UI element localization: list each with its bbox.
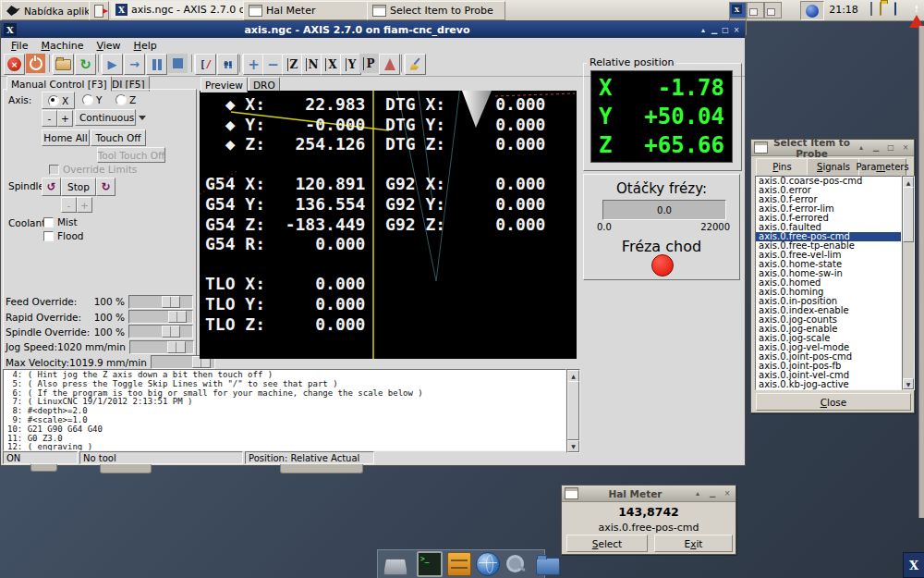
rotate-view-button[interactable] (379, 54, 400, 75)
spindle-plus-button[interactable]: + (77, 197, 92, 213)
scroll-down-icon[interactable]: ▼ (567, 440, 579, 452)
slider-trough[interactable] (128, 310, 193, 324)
override-limits-checkbox[interactable]: Override Limits (49, 164, 137, 175)
jog-minus-button[interactable]: - (42, 110, 57, 127)
optional-pause-button[interactable]: M1 (217, 54, 238, 75)
probe-tab-parameters[interactable]: Parameters (858, 158, 906, 176)
tools-tray-icon[interactable] (865, 3, 879, 17)
shade-button[interactable]: ▴ (698, 24, 709, 35)
probe-list-item[interactable]: axis.0.kb-jog-active (756, 380, 901, 389)
home-all-button[interactable]: Home All (42, 129, 90, 146)
workspace-2[interactable] (747, 2, 764, 18)
clear-plot-button[interactable] (405, 54, 426, 75)
probe-pin-list[interactable]: axis.0.coarse-pos-cmdaxis.0.erroraxis.0.… (755, 176, 902, 390)
menu-view[interactable]: View (90, 39, 127, 53)
slider-trough[interactable] (128, 325, 193, 338)
web-browser-icon[interactable] (476, 552, 500, 576)
gcode-scrollbar[interactable]: ▲ ▼ (566, 369, 580, 453)
view-y-button[interactable]: Y (340, 54, 361, 75)
menu-help[interactable]: Help (128, 39, 164, 53)
terminal-icon[interactable]: >_ (417, 551, 443, 577)
preview-canvas[interactable]: ◆ X: 22.983 DTG X: 0.000 ◆ Y: -0.000 DTG… (200, 91, 577, 359)
machine-power-button[interactable] (26, 54, 45, 73)
probe-scrollbar[interactable]: ▲ ▼ (902, 176, 915, 390)
probe-close-button[interactable]: × (900, 142, 911, 154)
app-tray-icon[interactable] (894, 3, 908, 17)
zoom-out-button[interactable]: − (262, 54, 284, 75)
halmeter-minimize-button[interactable]: ▁ (707, 488, 718, 499)
slider-handle[interactable] (168, 311, 187, 323)
touch-off-button[interactable]: Touch Off (91, 129, 146, 146)
minimize-button[interactable]: ▁ (709, 24, 720, 35)
jog-plus-button[interactable]: + (57, 110, 73, 127)
menu-file[interactable]: File (5, 39, 34, 53)
file-manager-icon[interactable] (536, 558, 560, 575)
run-button[interactable]: ▶ (102, 54, 123, 75)
open-file-button[interactable] (53, 54, 74, 75)
search-icon[interactable] (505, 553, 527, 575)
reload-button[interactable]: ↻ (75, 54, 96, 75)
menu-machine[interactable]: Machine (34, 39, 90, 53)
workspace-pager[interactable]: X (729, 2, 796, 19)
probe-minimize-button[interactable]: ▁ (870, 142, 881, 154)
workspace-3[interactable] (764, 2, 782, 18)
pause-button[interactable] (146, 54, 167, 75)
app-menu-button[interactable]: Nabídka aplikací (1, 1, 97, 20)
slider-handle[interactable] (162, 296, 180, 308)
axis-titlebar[interactable]: X axis.ngc - AXIS 2.7.0 on fiam-cnc_drev… (1, 21, 745, 38)
probe-tab-signals[interactable]: Signals (807, 158, 860, 176)
halmeter-select-button[interactable]: Select (566, 535, 648, 552)
halmeter-shade-button[interactable]: ▴ (692, 488, 703, 499)
axis-z-radio[interactable]: Z (116, 94, 136, 105)
axis-y-radio[interactable]: Y (82, 94, 102, 105)
step-button[interactable]: → (124, 54, 145, 75)
probe-shade-button[interactable]: ▴ (856, 142, 867, 154)
tab-manual-control[interactable]: Manual Control [F3] (6, 76, 112, 92)
spindle-ccw-button[interactable]: ↺ (42, 178, 61, 196)
close-button[interactable]: × (731, 24, 742, 35)
logout-button[interactable] (89, 1, 109, 20)
view-p-button[interactable]: P (359, 54, 379, 73)
probe-close-list-button[interactable]: Close (756, 393, 911, 411)
flood-checkbox[interactable]: Flood (43, 230, 83, 241)
mist-checkbox[interactable]: Mist (43, 216, 78, 228)
view-x-button[interactable]: X (321, 54, 342, 75)
tool-touch-off-button[interactable]: Tool Touch Off (97, 147, 165, 163)
alert-tray-icon[interactable]: ! (909, 3, 923, 17)
probe-tab-pins[interactable]: Pins (756, 158, 808, 176)
skip-lines-button[interactable]: [/ (195, 54, 216, 75)
probe-titlebar[interactable]: Select Item to Probe ▴ ▁ □ × (751, 140, 914, 156)
slider-handle[interactable] (162, 326, 180, 338)
taskbar-window-probe[interactable]: Select Item to Probe (367, 1, 505, 20)
maximize-button[interactable]: □ (720, 24, 731, 35)
browser-launcher[interactable] (800, 1, 824, 20)
spindle-minus-button[interactable]: - (61, 197, 77, 213)
axis-x-radio[interactable]: X (42, 92, 75, 109)
probe-scrollbar-thumb[interactable] (903, 187, 914, 242)
taskbar-window-axis[interactable]: X axis.ngc - AXIS 2.7.0 on fi... (111, 1, 250, 18)
slider-trough[interactable] (128, 295, 193, 309)
slider-handle[interactable] (167, 341, 186, 353)
gcode-listing[interactable]: 4: ( Hint jog the Z axis down a bit then… (3, 369, 566, 451)
workspace-1[interactable]: X (729, 2, 747, 18)
view-z-button[interactable]: Z (282, 54, 303, 75)
halmeter-close-button[interactable]: × (722, 488, 733, 499)
jog-mode-dropdown[interactable]: Continuous (75, 109, 136, 126)
spindle-cw-button[interactable]: ↻ (96, 178, 116, 196)
stop-button[interactable] (168, 54, 188, 73)
halmeter-exit-button[interactable]: Exit (654, 535, 733, 552)
halmeter-titlebar[interactable]: Hal Meter ▴ ▁ × (562, 486, 736, 502)
file-cabinet-icon[interactable] (447, 552, 471, 576)
slider-trough[interactable] (129, 340, 194, 354)
taskbar-window-halmeter[interactable]: Hal Meter (243, 1, 376, 20)
view-z2-button[interactable]: N (301, 54, 322, 75)
desktop-x-tile[interactable]: X (903, 552, 924, 578)
probe-scroll-down-icon[interactable]: ▼ (903, 378, 914, 389)
spindle-stop-button[interactable]: Stop (61, 178, 96, 196)
scrollbar-thumb[interactable] (567, 381, 579, 440)
zoom-in-button[interactable]: + (243, 54, 264, 75)
show-desktop-icon[interactable] (383, 559, 407, 575)
files-tray-icon[interactable] (880, 3, 894, 17)
tab-preview[interactable]: Preview (201, 77, 248, 92)
estop-button[interactable]: × (4, 54, 25, 75)
